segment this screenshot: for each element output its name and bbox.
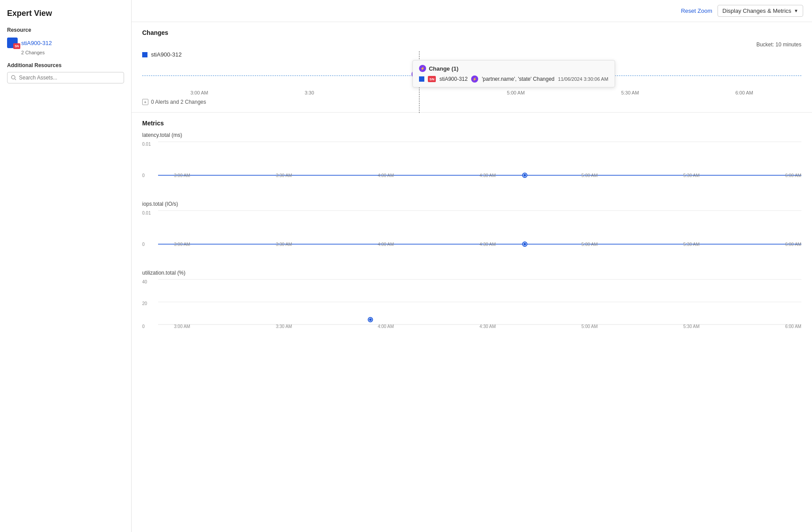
metric-block-iops: iops.total (IO/s) 0.01 0 xyxy=(142,201,801,257)
metric-canvas-utilization: 3:00 AM 3:30 AM 4:00 AM 4:30 AM 5:00 AM … xyxy=(158,278,801,329)
time-label-5: 5:30 AM xyxy=(621,90,639,95)
metric-title-iops: iops.total (IO/s) xyxy=(142,201,801,207)
changes-section: Changes Bucket: 10 minutes stiA900-312 xyxy=(132,22,812,113)
svg-point-16 xyxy=(369,318,372,321)
expand-icon[interactable]: + xyxy=(142,99,148,105)
bucket-info: Bucket: 10 minutes xyxy=(142,42,801,48)
additional-resources-label: Additional Resources xyxy=(7,62,124,68)
metric-time-axis-latency: 3:00 AM 3:30 AM 4:00 AM 4:30 AM 5:00 AM … xyxy=(174,173,801,178)
metric-svg-latency xyxy=(158,140,801,178)
metric-y-top-iops: 0.01 xyxy=(142,211,151,215)
legend-label: stiA900-312 xyxy=(151,51,181,58)
time-label-6: 6:00 AM xyxy=(735,90,753,95)
changes-legend: stiA900-312 xyxy=(142,51,181,58)
resource-item: SN stiA900-312 xyxy=(7,38,124,48)
changes-time-axis: 3:00 AM 3:30 5:00 AM 5:30 AM 6:00 AM xyxy=(142,90,801,95)
resource-name-link[interactable]: stiA900-312 xyxy=(21,40,52,46)
metric-title-latency: latency.total (ms) xyxy=(142,132,801,138)
metric-svg-utilization xyxy=(158,278,801,329)
metric-y-bottom-latency: 0 xyxy=(142,173,145,178)
resource-section-label: Resource xyxy=(7,27,124,33)
tooltip-resource: stiA900-312 xyxy=(439,76,468,82)
reset-zoom-button[interactable]: Reset Zoom xyxy=(681,8,712,14)
tooltip-row: SN stiA900-312 ⚡ 'partner.name', 'state'… xyxy=(419,75,608,83)
metric-chart-latency: 0.01 0 3:00 AM 3:30 AM xyxy=(142,140,801,189)
display-dropdown-label: Display Changes & Metrics xyxy=(722,8,791,14)
svg-point-0 xyxy=(11,75,15,79)
metric-block-latency: latency.total (ms) 0.01 0 xyxy=(142,132,801,189)
tooltip-time: 11/06/2024 3:30:06 AM xyxy=(558,76,608,82)
tooltip-title: ⚡ Change (1) xyxy=(419,65,608,72)
search-input[interactable] xyxy=(19,75,120,81)
metric-y-top-utilization: 40 xyxy=(142,279,147,284)
main-header: Reset Zoom Display Changes & Metrics ▼ xyxy=(132,0,812,22)
tooltip-change-icon: ⚡ xyxy=(471,75,478,83)
tooltip-description: 'partner.name', 'state' Changed xyxy=(482,76,555,82)
metric-svg-iops xyxy=(158,209,801,247)
metrics-section: Metrics latency.total (ms) 0.01 0 xyxy=(132,113,812,340)
tooltip-sn-badge: SN xyxy=(428,76,436,82)
changes-chart-area: ⚡ ⚡ ⚡ Change (1) SN xyxy=(142,64,801,91)
metric-time-axis-iops: 3:00 AM 3:30 AM 4:00 AM 4:30 AM 5:00 AM … xyxy=(174,242,801,247)
metric-y-mid-utilization: 20 xyxy=(142,301,147,306)
search-icon xyxy=(11,75,16,80)
change-tooltip: ⚡ Change (1) SN stiA900-312 ⚡ 'partner.n… xyxy=(412,60,615,87)
metric-canvas-iops: 3:00 AM 3:30 AM 4:00 AM 4:30 AM 5:00 AM … xyxy=(158,209,801,247)
metric-title-utilization: utilization.total (%) xyxy=(142,270,801,276)
resource-changes: 2 Changes xyxy=(21,50,124,55)
metric-chart-utilization: 40 20 0 xyxy=(142,278,801,340)
tooltip-square xyxy=(419,76,424,82)
changes-section-title: Changes xyxy=(142,29,801,36)
metric-y-top-latency: 0.01 xyxy=(142,142,151,147)
metric-y-bottom-iops: 0 xyxy=(142,242,145,247)
sidebar: Expert View Resource SN stiA900-312 2 Ch… xyxy=(0,0,132,532)
alert-summary: + 0 Alerts and 2 Changes xyxy=(142,99,801,105)
chevron-down-icon: ▼ xyxy=(794,8,798,13)
main-content: Reset Zoom Display Changes & Metrics ▼ C… xyxy=(132,0,812,532)
legend-square xyxy=(142,52,147,57)
metric-time-axis-utilization: 3:00 AM 3:30 AM 4:00 AM 4:30 AM 5:00 AM … xyxy=(174,324,801,329)
time-label-1: 3:00 AM xyxy=(190,90,208,95)
metric-block-utilization: utilization.total (%) 40 20 0 xyxy=(142,270,801,340)
alert-summary-text: 0 Alerts and 2 Changes xyxy=(151,99,206,105)
display-dropdown[interactable]: Display Changes & Metrics ▼ xyxy=(718,5,803,17)
metrics-section-title: Metrics xyxy=(142,120,801,127)
metric-y-bottom-utilization: 0 xyxy=(142,324,145,329)
page-title: Expert View xyxy=(7,9,124,18)
tooltip-icon: ⚡ xyxy=(419,65,426,72)
search-assets-input-wrap[interactable] xyxy=(7,72,124,83)
metric-canvas-latency: 3:00 AM 3:30 AM 4:00 AM 4:30 AM 5:00 AM … xyxy=(158,140,801,178)
time-label-2: 3:30 xyxy=(305,90,314,95)
svg-line-1 xyxy=(15,79,16,80)
time-label-4: 5:00 AM xyxy=(507,90,525,95)
sn-badge: SN xyxy=(13,43,20,49)
metric-chart-iops: 0.01 0 3:00 AM 3:30 AM xyxy=(142,209,801,257)
